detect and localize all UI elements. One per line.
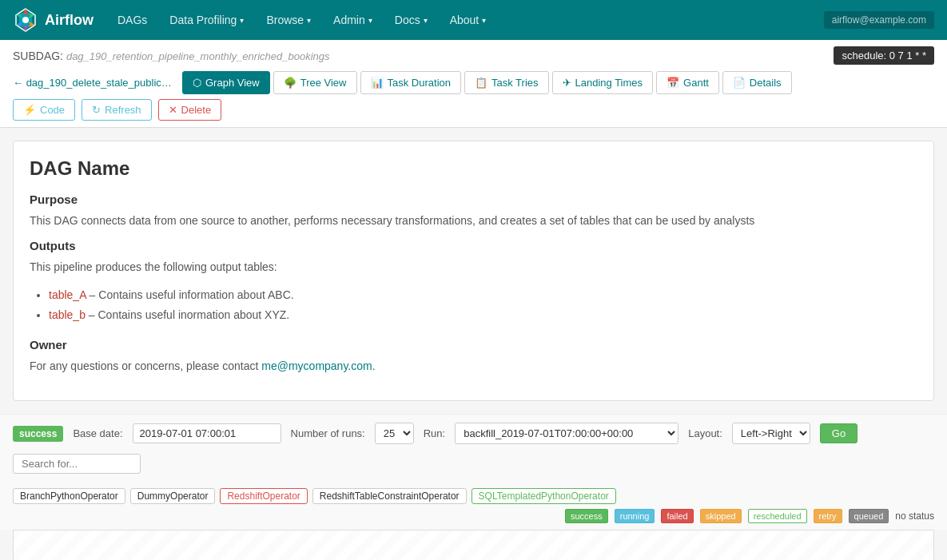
nav-dags[interactable]: DAGs — [106, 0, 158, 40]
owner-email[interactable]: me@mycompany.com — [261, 359, 372, 372]
tab-task-tries[interactable]: 📋 Task Tries — [464, 71, 549, 94]
svg-point-2 — [22, 17, 29, 23]
duration-icon: 📊 — [371, 77, 384, 89]
legend-success: success — [565, 509, 608, 523]
subdag-label: SUBDAG: — [13, 50, 63, 62]
rescheduled-legend-badge: rescheduled — [748, 509, 807, 523]
layout-label: Layout: — [688, 427, 722, 439]
table-b-link[interactable]: table_b — [49, 308, 86, 321]
tab-tree-view[interactable]: 🌳 Tree View — [273, 71, 357, 94]
tab-details[interactable]: 📄 Details — [722, 71, 792, 94]
page-header: SUBDAG: dag_190_retention_pipeline_month… — [0, 40, 947, 128]
nav-data-profiling[interactable]: Data Profiling ▾ — [158, 0, 255, 40]
subdag-info: SUBDAG: dag_190_retention_pipeline_month… — [13, 50, 330, 62]
action-row: ⚡ Code ↻ Refresh ✕ Delete — [13, 99, 934, 121]
chevron-down-icon: ▾ — [482, 16, 486, 25]
legend-queued: queued — [849, 509, 889, 523]
subdag-name: dag_190_retention_pipeline_monthly_enric… — [66, 50, 330, 62]
nav-about[interactable]: About ▾ — [439, 0, 498, 40]
layout-select[interactable]: Left->Right — [732, 423, 810, 444]
brand-name: Airflow — [45, 12, 94, 29]
graph-canvas: ↻ — [13, 530, 934, 560]
status-legend: success running failed skipped reschedul… — [565, 509, 934, 523]
chevron-down-icon: ▾ — [307, 16, 311, 25]
go-button[interactable]: Go — [820, 423, 857, 443]
failed-legend-badge: failed — [661, 509, 693, 523]
tree-icon: 🌳 — [284, 77, 296, 89]
back-link[interactable]: dag_190_delete_stale_public_tables — [13, 77, 173, 89]
brand-logo[interactable]: Airflow — [13, 7, 94, 33]
dag-name-heading: DAG Name — [30, 157, 917, 180]
navbar: Airflow DAGs Data Profiling ▾ Browse ▾ A… — [0, 0, 947, 40]
success-badge: success — [13, 426, 63, 442]
base-date-label: Base date: — [73, 427, 122, 439]
tags-row: BranchPythonOperator DummyOperator Redsh… — [0, 482, 947, 530]
chevron-down-icon: ▾ — [240, 16, 244, 25]
nav-browse[interactable]: Browse ▾ — [255, 0, 322, 40]
nav-docs[interactable]: Docs ▾ — [384, 0, 439, 40]
operator-tag-sql[interactable]: SQLTemplatedPythonOperator — [472, 488, 616, 504]
queued-legend-badge: queued — [849, 509, 889, 523]
delete-icon: ✕ — [169, 104, 177, 116]
legend-skipped: skipped — [700, 509, 742, 523]
table-b-desc: – Contains useful inormation about XYZ. — [89, 308, 289, 321]
base-date-input[interactable] — [133, 423, 281, 443]
owner-section: Owner For any questions or concerns, ple… — [30, 338, 917, 375]
owner-text: For any questions or concerns, please co… — [30, 358, 917, 375]
nav-admin[interactable]: Admin ▾ — [322, 0, 384, 40]
legend-failed: failed — [661, 509, 693, 523]
legend-no-status: no status — [895, 510, 934, 522]
operator-tag-branch[interactable]: BranchPythonOperator — [13, 488, 125, 504]
chevron-down-icon: ▾ — [424, 16, 428, 25]
purpose-section: Purpose This DAG connects data from one … — [30, 193, 917, 229]
subdag-row: SUBDAG: dag_190_retention_pipeline_month… — [13, 46, 934, 65]
purpose-heading: Purpose — [30, 193, 917, 206]
refresh-icon: ↻ — [92, 104, 101, 116]
schedule-badge: schedule: 0 7 1 * * — [834, 46, 934, 65]
outputs-list: table_A – Contains useful information ab… — [30, 285, 917, 325]
retry-legend-badge: retry — [814, 509, 842, 523]
user-info: airflow@example.com — [824, 11, 934, 29]
tab-task-duration[interactable]: 📊 Task Duration — [360, 71, 461, 94]
nav-links: DAGs Data Profiling ▾ Browse ▾ Admin ▾ D… — [106, 0, 818, 40]
refresh-button[interactable]: ↻ Refresh — [82, 99, 152, 121]
legend-running: running — [615, 509, 655, 523]
skipped-legend-badge: skipped — [700, 509, 742, 523]
running-legend-badge: running — [615, 509, 655, 523]
delete-button[interactable]: ✕ Delete — [158, 99, 222, 121]
details-icon: 📄 — [733, 77, 746, 89]
gantt-icon: 📅 — [666, 77, 679, 89]
outputs-heading: Outputs — [30, 239, 917, 252]
search-input[interactable] — [13, 454, 141, 474]
outputs-section: Outputs This pipeline produces the follo… — [30, 239, 917, 325]
outputs-intro: This pipeline produces the following out… — [30, 259, 917, 276]
success-legend-badge: success — [565, 509, 608, 523]
operator-tag-redshift[interactable]: RedshiftOperator — [220, 488, 307, 504]
list-item: table_b – Contains useful inormation abo… — [49, 305, 917, 325]
controls-row: success Base date: Number of runs: 25 Ru… — [0, 414, 947, 482]
dag-info-panel: DAG Name Purpose This DAG connects data … — [13, 141, 934, 401]
landing-icon: ✈ — [563, 77, 571, 89]
table-a-link[interactable]: table_A — [49, 288, 86, 301]
operator-tag-constraint[interactable]: RedshiftTableConstraintOperator — [312, 488, 467, 504]
nostatus-legend-label: no status — [895, 510, 934, 522]
run-select[interactable]: backfill_2019-07-01T07:00:00+00:00 — [455, 423, 678, 444]
table-a-desc: – Contains useful information about ABC. — [90, 288, 294, 301]
chevron-down-icon: ▾ — [368, 16, 372, 25]
graph-icon: ⬡ — [193, 77, 201, 89]
code-icon: ⚡ — [23, 104, 36, 116]
graph-background — [14, 530, 933, 560]
tab-graph-view[interactable]: ⬡ Graph View — [182, 71, 270, 94]
legend-rescheduled: rescheduled — [748, 509, 807, 523]
runs-select[interactable]: 25 — [375, 423, 414, 444]
runs-label: Number of runs: — [291, 427, 365, 439]
tab-gantt[interactable]: 📅 Gantt — [656, 71, 719, 94]
legend-retry: retry — [814, 509, 842, 523]
owner-heading: Owner — [30, 338, 917, 351]
code-button[interactable]: ⚡ Code — [13, 99, 75, 121]
purpose-text: This DAG connects data from one source t… — [30, 212, 917, 229]
operator-tag-dummy[interactable]: DummyOperator — [130, 488, 216, 504]
view-tabs: dag_190_delete_stale_public_tables ⬡ Gra… — [13, 71, 934, 94]
tab-landing-times[interactable]: ✈ Landing Times — [552, 71, 654, 94]
list-item: table_A – Contains useful information ab… — [49, 285, 917, 305]
